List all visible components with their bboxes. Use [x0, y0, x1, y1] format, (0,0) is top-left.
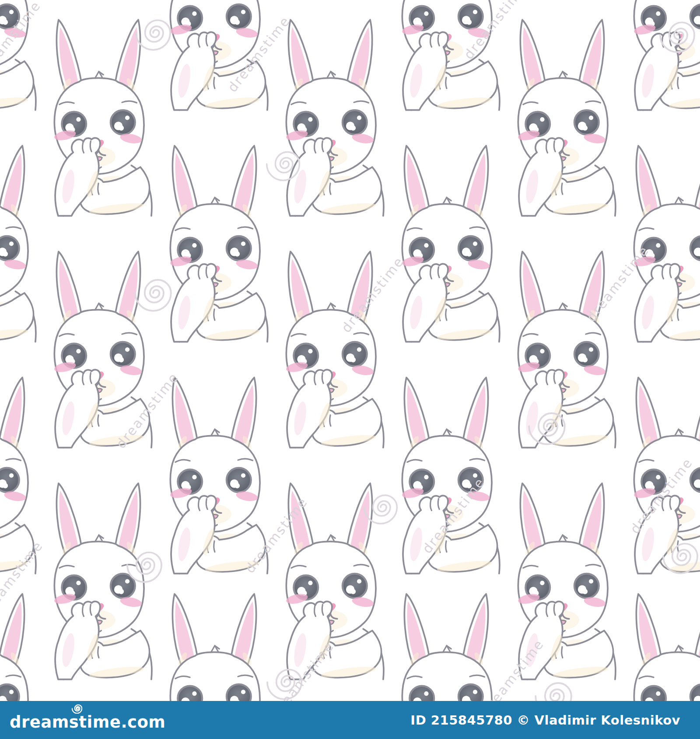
bunny-illustration: [53, 483, 152, 679]
watermark-bar: dreamstime.com ID 215845780 © Vladimir K…: [0, 701, 700, 739]
bunny-layer: [0, 0, 700, 701]
bunny-illustration: [169, 146, 268, 342]
bunny-illustration: [633, 146, 700, 342]
watermark-spiral-icon: [135, 280, 171, 311]
bunny-illustration: [633, 594, 700, 701]
bunny-illustration: [633, 0, 700, 110]
bunny-illustration: [285, 20, 384, 216]
image-credit: ID 215845780 © Vladimir Kolesnikov: [410, 713, 680, 728]
watermark-spiral-icon: [136, 20, 170, 50]
bunny-illustration: [0, 594, 36, 701]
dreamstime-spiral-icon: [72, 704, 82, 714]
bunny-illustration: [0, 146, 36, 342]
bunny-illustration: [401, 0, 500, 110]
bunny-illustration: [53, 20, 152, 216]
bunny-illustration: [517, 20, 616, 216]
bunny-illustration: [401, 377, 500, 573]
dreamstime-logo-text: dreamstime.com: [10, 713, 165, 732]
bunny-illustration: [169, 594, 268, 701]
bunny-illustration: [169, 377, 268, 573]
bunny-illustration: [401, 594, 500, 701]
bunny-illustration: [517, 251, 616, 447]
pattern-canvas: dreamstimedreamstimedreamstimedreamstime…: [0, 0, 700, 701]
bunny-illustration: [401, 146, 500, 342]
bunny-illustration: [285, 251, 384, 447]
watermark-spiral-icon: [536, 683, 571, 701]
stock-image-preview: dreamstimedreamstimedreamstimedreamstime…: [0, 0, 700, 739]
dreamstime-logo: dreamstime.com: [10, 710, 165, 730]
bunny-pattern-area: dreamstimedreamstimedreamstimedreamstime…: [0, 0, 700, 701]
